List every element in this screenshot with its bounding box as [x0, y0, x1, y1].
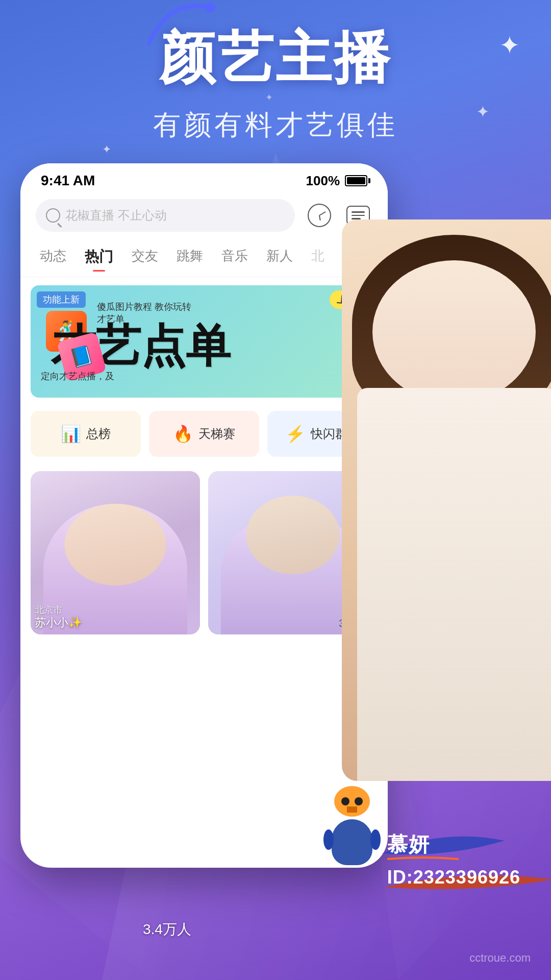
- card-1-name: 苏小小✨: [35, 615, 82, 630]
- quick-buttons-row: 📊 总榜 🔥 天梯赛 ⚡ 快闪群聊: [20, 406, 388, 462]
- status-time: 9:41 AM: [41, 173, 95, 189]
- ranking-label: 总榜: [86, 426, 111, 442]
- title-container: 颜艺主播: [159, 20, 392, 96]
- stream-card-1[interactable]: 北京市 苏小小✨: [31, 471, 200, 634]
- status-bar: 9:41 AM 100%: [20, 163, 388, 194]
- face: [372, 260, 536, 403]
- mascot-body: [332, 819, 372, 865]
- subtitle: 有颜有料才艺俱佳: [0, 107, 551, 144]
- ladder-button[interactable]: 🔥 天梯赛: [149, 411, 259, 457]
- msg-line-1: [352, 211, 365, 213]
- mascot-head: [334, 786, 370, 817]
- tab-xinren[interactable]: 新人: [257, 242, 302, 272]
- battery-icon: [345, 175, 367, 186]
- tab-dongtai[interactable]: 动态: [31, 242, 76, 272]
- stream-cards: 北京市 苏小小✨ 3.4万人: [20, 466, 388, 640]
- ranking-icon: 📊: [61, 424, 81, 444]
- mascot-robot: [321, 786, 383, 857]
- tab-jiaoyou[interactable]: 交友: [122, 242, 167, 272]
- streamer-photo: [342, 219, 551, 781]
- sparkle-dot-1: ✦: [102, 143, 111, 156]
- name-badge-container: 慕妍: [387, 830, 520, 859]
- mascot-right-eye: [355, 797, 363, 805]
- status-right: 100%: [306, 173, 368, 189]
- streamer-name-badge: 慕妍 ID:2323396926: [387, 830, 520, 888]
- streamer-name-text: 慕妍: [387, 833, 430, 855]
- mascot-left-eye: [341, 797, 349, 805]
- tab-music[interactable]: 音乐: [212, 242, 257, 272]
- streamer-id-text: ID:2323396926: [387, 867, 520, 888]
- mascot-left-wing: [323, 829, 334, 850]
- tab-hot[interactable]: 热门: [76, 242, 122, 272]
- tab-tiaowu[interactable]: 跳舞: [167, 242, 212, 272]
- search-icon: [46, 208, 60, 223]
- banner-subtitle: 定向才艺点播，及: [41, 370, 114, 382]
- floating-person-area: [342, 219, 551, 781]
- clock-icon: [308, 204, 331, 227]
- ladder-label: 天梯赛: [198, 426, 235, 442]
- viewer-count-overlay: 3.4万人: [143, 920, 191, 939]
- banner-tag: 功能上新: [37, 291, 86, 308]
- msg-line-2: [352, 215, 365, 216]
- fire-icon: 🔥: [173, 424, 193, 444]
- id-badge-container: ID:2323396926: [387, 867, 520, 888]
- search-placeholder: 花椒直播 不止心动: [65, 207, 167, 224]
- hero-section: 颜艺主播 有颜有料才艺俱佳: [0, 20, 551, 144]
- search-bar[interactable]: 花椒直播 不止心动: [36, 199, 295, 232]
- search-area: 花椒直播 不止心动: [20, 194, 388, 237]
- mascot-beak: [347, 806, 357, 813]
- phone-mockup: 9:41 AM 100% 花椒直播 不止心动 动态 热门 交友 跳舞: [20, 163, 388, 868]
- ranking-button[interactable]: 📊 总榜: [31, 411, 141, 457]
- svg-point-3: [205, 3, 215, 13]
- battery-percent: 100%: [306, 173, 340, 189]
- tab-bei[interactable]: 北: [302, 242, 334, 272]
- nav-tabs: 动态 热门 交友 跳舞 音乐 新人 北: [20, 237, 388, 277]
- watermark: cctroue.com: [469, 951, 531, 965]
- title-arc-decoration: [139, 0, 220, 54]
- face-2: [246, 496, 340, 574]
- banner[interactable]: 功能上新 上线啦 🕺 傻瓜图片教程 教你玩转才艺单 才艺点单 📘 定向才艺点播，…: [31, 285, 378, 398]
- face-1: [64, 504, 166, 585]
- history-button[interactable]: [305, 201, 334, 230]
- body: [357, 388, 551, 781]
- lightning-icon: ⚡: [285, 424, 306, 444]
- name-underline: [387, 855, 459, 861]
- stream-card-1-bg: 北京市 苏小小✨: [31, 471, 200, 634]
- battery-fill: [347, 177, 365, 184]
- card-1-location: 北京市: [35, 604, 62, 616]
